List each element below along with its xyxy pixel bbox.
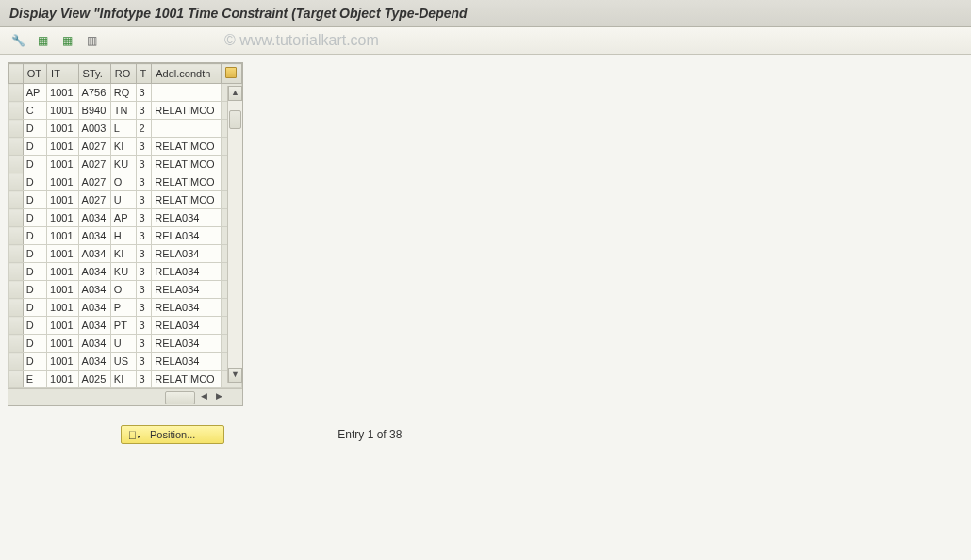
cell-t[interactable]: 3 <box>136 371 152 388</box>
table-row[interactable]: D1001A034KU3RELA034 <box>9 263 242 281</box>
cell-ot[interactable]: D <box>23 191 46 209</box>
table-row[interactable]: AP1001A756RQ3 <box>9 84 242 102</box>
cell-ro[interactable]: U <box>110 335 136 353</box>
vertical-scrollbar[interactable]: ▲ ▼ <box>227 86 242 383</box>
cell-ro[interactable]: U <box>110 191 136 209</box>
cell-ot[interactable]: C <box>23 102 46 120</box>
col-header-ro[interactable]: RO <box>110 64 136 84</box>
cell-addl[interactable]: RELA034 <box>152 263 222 281</box>
cell-it[interactable]: 1001 <box>47 209 79 227</box>
hscroll-right-button[interactable]: ▶ <box>212 391 225 404</box>
row-selector[interactable] <box>9 371 24 388</box>
cell-ro[interactable]: O <box>110 281 136 299</box>
cell-addl[interactable]: RELA034 <box>152 299 222 317</box>
cell-it[interactable]: 1001 <box>47 371 79 388</box>
cell-it[interactable]: 1001 <box>47 173 79 191</box>
cell-it[interactable]: 1001 <box>47 102 79 120</box>
table-row[interactable]: D1001A027KU3RELATIMCO <box>9 156 242 173</box>
cell-ro[interactable]: AP <box>110 209 136 227</box>
row-selector[interactable] <box>9 173 24 191</box>
col-header-ot[interactable]: OT <box>23 64 46 84</box>
cell-t[interactable]: 2 <box>136 120 152 138</box>
row-selector[interactable] <box>9 138 24 156</box>
cell-ro[interactable]: PT <box>110 317 136 335</box>
cell-sty[interactable]: A027 <box>78 156 110 173</box>
cell-ro[interactable]: O <box>110 173 136 191</box>
cell-ro[interactable]: KU <box>110 263 136 281</box>
cell-ot[interactable]: D <box>23 281 46 299</box>
row-selector[interactable] <box>9 317 24 335</box>
cell-addl[interactable]: RELA034 <box>152 317 222 335</box>
cell-it[interactable]: 1001 <box>47 335 79 353</box>
col-header-t[interactable]: T <box>136 64 152 84</box>
select-block-button[interactable]: ▦ <box>57 31 77 50</box>
cell-ot[interactable]: D <box>23 138 46 156</box>
cell-it[interactable]: 1001 <box>47 120 79 138</box>
cell-t[interactable]: 3 <box>136 173 152 191</box>
cell-addl[interactable]: RELA034 <box>152 209 222 227</box>
cell-it[interactable]: 1001 <box>47 227 79 245</box>
cell-addl[interactable] <box>152 120 222 138</box>
col-header-sty[interactable]: STy. <box>78 64 110 84</box>
col-header-addl[interactable]: Addl.condtn <box>152 64 222 84</box>
row-selector[interactable] <box>9 191 24 209</box>
cell-addl[interactable]: RELA034 <box>152 227 222 245</box>
cell-sty[interactable]: A034 <box>78 281 110 299</box>
cell-sty[interactable]: A034 <box>78 299 110 317</box>
cell-addl[interactable]: RELA034 <box>152 335 222 353</box>
cell-addl[interactable]: RELATIMCO <box>152 102 222 120</box>
cell-sty[interactable]: A034 <box>78 227 110 245</box>
cell-sty[interactable]: A034 <box>78 317 110 335</box>
cell-addl[interactable]: RELA034 <box>152 353 222 371</box>
select-all-button[interactable]: ▦ <box>32 31 53 50</box>
cell-sty[interactable]: A034 <box>78 335 110 353</box>
row-selector[interactable] <box>9 120 24 138</box>
scroll-down-button[interactable]: ▼ <box>228 368 242 383</box>
table-row[interactable]: D1001A034PT3RELA034 <box>9 317 242 335</box>
row-selector[interactable] <box>9 245 24 263</box>
cell-t[interactable]: 3 <box>136 138 152 156</box>
cell-sty[interactable]: A034 <box>78 263 110 281</box>
cell-it[interactable]: 1001 <box>47 281 79 299</box>
cell-addl[interactable] <box>152 84 222 102</box>
row-selector[interactable] <box>9 156 24 173</box>
cell-it[interactable]: 1001 <box>47 317 79 335</box>
cell-t[interactable]: 3 <box>136 317 152 335</box>
select-all-header[interactable] <box>9 64 24 84</box>
cell-t[interactable]: 3 <box>136 263 152 281</box>
scroll-thumb[interactable] <box>229 110 241 129</box>
table-row[interactable]: D1001A027U3RELATIMCO <box>9 191 242 209</box>
cell-ot[interactable]: D <box>23 173 46 191</box>
table-row[interactable]: D1001A027O3RELATIMCO <box>9 173 242 191</box>
cell-t[interactable]: 3 <box>136 209 152 227</box>
horizontal-scrollbar[interactable]: ◀ ▶ <box>8 388 242 405</box>
cell-sty[interactable]: A027 <box>78 191 110 209</box>
deselect-button[interactable]: ▥ <box>81 31 102 50</box>
cell-it[interactable]: 1001 <box>47 138 79 156</box>
cell-it[interactable]: 1001 <box>47 156 79 173</box>
cell-ot[interactable]: D <box>23 353 46 371</box>
cell-it[interactable]: 1001 <box>47 191 79 209</box>
table-row[interactable]: D1001A034AP3RELA034 <box>9 209 242 227</box>
cell-addl[interactable]: RELATIMCO <box>152 191 222 209</box>
cell-sty[interactable]: A003 <box>78 120 110 138</box>
cell-ot[interactable]: D <box>23 120 46 138</box>
scroll-track[interactable] <box>228 101 242 368</box>
cell-t[interactable]: 3 <box>136 353 152 371</box>
col-config[interactable] <box>221 64 241 84</box>
data-table[interactable]: OT IT STy. RO T Addl.condtn AP1001A756RQ… <box>8 63 242 388</box>
cell-it[interactable]: 1001 <box>47 84 79 102</box>
table-row[interactable]: D1001A034KI3RELA034 <box>9 245 242 263</box>
cell-it[interactable]: 1001 <box>47 353 79 371</box>
cell-sty[interactable]: A756 <box>78 84 110 102</box>
cell-it[interactable]: 1001 <box>47 299 79 317</box>
cell-addl[interactable]: RELATIMCO <box>152 173 222 191</box>
row-selector[interactable] <box>9 102 24 120</box>
cell-sty[interactable]: A034 <box>78 209 110 227</box>
scroll-up-button[interactable]: ▲ <box>228 86 242 101</box>
cell-ro[interactable]: RQ <box>110 84 136 102</box>
cell-ro[interactable]: KI <box>110 371 136 388</box>
cell-t[interactable]: 3 <box>136 102 152 120</box>
table-row[interactable]: D1001A034O3RELA034 <box>9 281 242 299</box>
cell-sty[interactable]: A034 <box>78 353 110 371</box>
